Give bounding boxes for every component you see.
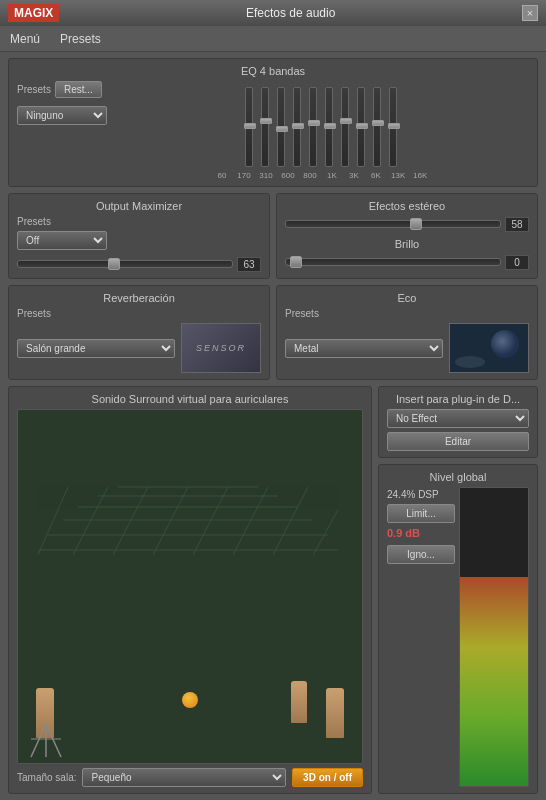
- om-slider-track[interactable]: [17, 260, 233, 268]
- svg-point-1: [491, 330, 519, 358]
- insert-effect-select[interactable]: No Effect: [387, 409, 529, 428]
- brillo-slider-row: 0: [285, 254, 529, 270]
- right-panels: Insert para plug-in de D... No Effect Ed…: [378, 386, 538, 794]
- estereo-slider-thumb[interactable]: [410, 218, 422, 230]
- vu-bar: [460, 577, 528, 786]
- eq-presets-row: Presets Rest...: [17, 81, 107, 98]
- eq-slider-16k: [389, 87, 397, 167]
- eq-presets-label: Presets: [17, 84, 51, 95]
- bottom-row: Sonido Surround virtual para auriculares: [8, 386, 538, 794]
- svg-line-10: [73, 487, 108, 555]
- output-maximizer-panel: Output Maximizer Presets Off 63: [8, 193, 270, 279]
- surround-title: Sonido Surround virtual para auriculares: [17, 393, 363, 405]
- speaker-center: [291, 681, 307, 723]
- reverberacion-title: Reverberación: [17, 292, 261, 304]
- reverberacion-panel: Reverberación Presets Salón grande SENSO…: [8, 285, 270, 380]
- eco-preset-select[interactable]: Metal: [285, 339, 443, 358]
- brillo-slider-track[interactable]: [285, 258, 501, 266]
- rev-eco-row: Reverberación Presets Salón grande SENSO…: [8, 285, 538, 380]
- dsp-value: 24.4% DSP: [387, 489, 455, 500]
- svg-line-12: [153, 487, 188, 555]
- eq-slider-6k: [357, 87, 365, 167]
- menu-item-menu[interactable]: Menú: [10, 32, 40, 46]
- freq-label-800: 800: [303, 171, 317, 180]
- nivel-panel: Nivel global 24.4% DSP Limit... 0.9 dB I…: [378, 464, 538, 794]
- insert-title: Insert para plug-in de D...: [387, 393, 529, 405]
- freq-label-13k: 13K: [391, 171, 405, 180]
- om-preset-select[interactable]: Off: [17, 231, 107, 250]
- svg-line-13: [193, 487, 228, 555]
- rev-preset-select[interactable]: Salón grande: [17, 339, 175, 358]
- tamanio-select[interactable]: Pequeño: [82, 768, 286, 787]
- 3d-toggle-button[interactable]: 3D on / off: [292, 768, 363, 787]
- nivel-content: 24.4% DSP Limit... 0.9 dB Igno...: [387, 487, 529, 787]
- eq-slider-170: [261, 87, 269, 167]
- estereo-brillo-panel: Efectos estéreo 58 Brillo 0: [276, 193, 538, 279]
- rev-content: Salón grande SENSOR: [17, 323, 261, 373]
- estereo-value: 58: [505, 217, 529, 232]
- eq-title: EQ 4 bandas: [17, 65, 529, 77]
- rev-presets-row: Presets: [17, 308, 261, 319]
- freq-label-170: 170: [237, 171, 251, 180]
- rev-image: SENSOR: [181, 323, 261, 373]
- eco-presets-label: Presets: [285, 308, 319, 319]
- output-maximizer-title: Output Maximizer: [17, 200, 261, 212]
- ignore-button[interactable]: Igno...: [387, 545, 455, 564]
- surround-ball: [182, 692, 198, 708]
- om-slider-thumb[interactable]: [108, 258, 120, 270]
- nivel-left: 24.4% DSP Limit... 0.9 dB Igno...: [387, 487, 455, 787]
- vu-meter: [459, 487, 529, 787]
- freq-label-60: 60: [215, 171, 229, 180]
- estereo-slider-track[interactable]: [285, 220, 501, 228]
- svg-point-2: [455, 356, 485, 368]
- freq-label-1k: 1K: [325, 171, 339, 180]
- eq-left-controls: Presets Rest... Ninguno: [17, 81, 107, 125]
- svg-line-16: [313, 510, 338, 555]
- estereo-slider-row: 58: [285, 216, 529, 232]
- insert-panel: Insert para plug-in de D... No Effect Ed…: [378, 386, 538, 458]
- svg-line-19: [46, 724, 61, 757]
- nivel-title: Nivel global: [387, 471, 529, 483]
- main-content: EQ 4 bandas Presets Rest... Ninguno: [0, 52, 546, 800]
- freq-label-6k: 6K: [369, 171, 383, 180]
- eq-sliders: [245, 81, 397, 171]
- eq-slider-1k: [325, 87, 333, 167]
- insert-edit-button[interactable]: Editar: [387, 432, 529, 451]
- rev-image-text: SENSOR: [196, 343, 246, 353]
- svg-line-11: [113, 487, 148, 555]
- eco-panel: Eco Presets Metal: [276, 285, 538, 380]
- eq-reset-button[interactable]: Rest...: [55, 81, 102, 98]
- surround-grid: [18, 410, 362, 763]
- eq-preset-select[interactable]: Ninguno: [17, 106, 107, 125]
- surround-viz: [17, 409, 363, 764]
- om-value: 63: [237, 257, 261, 272]
- eq-panel: EQ 4 bandas Presets Rest... Ninguno: [8, 58, 538, 187]
- close-button[interactable]: ×: [522, 5, 538, 21]
- om-presets-label: Presets: [17, 216, 51, 227]
- eq-slider-800: [309, 87, 317, 167]
- eq-freq-labels: 60 170 310 600 800 1K 3K 6K 13K 16K: [215, 171, 427, 180]
- eco-content: Metal: [285, 323, 529, 373]
- freq-label-600: 600: [281, 171, 295, 180]
- surround-footer: Tamaño sala: Pequeño 3D on / off: [17, 768, 363, 787]
- brillo-value: 0: [505, 255, 529, 270]
- menu-item-presets[interactable]: Presets: [60, 32, 101, 46]
- rev-presets-label: Presets: [17, 308, 51, 319]
- eq-controls: Presets Rest... Ninguno: [17, 81, 529, 180]
- freq-label-3k: 3K: [347, 171, 361, 180]
- main-window: MAGIX Efectos de audio × Menú Presets EQ…: [0, 0, 546, 800]
- menubar: Menú Presets: [0, 26, 546, 52]
- brillo-slider-thumb[interactable]: [290, 256, 302, 268]
- eq-sliders-area: 60 170 310 600 800 1K 3K 6K 13K 16K: [113, 81, 529, 180]
- om-presets-row: Presets: [17, 216, 261, 227]
- freq-label-16k: 16K: [413, 171, 427, 180]
- limit-button[interactable]: Limit...: [387, 504, 455, 523]
- eq-slider-310: [277, 87, 285, 167]
- eco-image: [449, 323, 529, 373]
- eco-title: Eco: [285, 292, 529, 304]
- tripod-icon: [26, 719, 66, 759]
- svg-line-9: [38, 487, 68, 555]
- eq-slider-3k: [341, 87, 349, 167]
- om-slider-row: 63: [17, 256, 261, 272]
- speaker-right: [326, 688, 344, 738]
